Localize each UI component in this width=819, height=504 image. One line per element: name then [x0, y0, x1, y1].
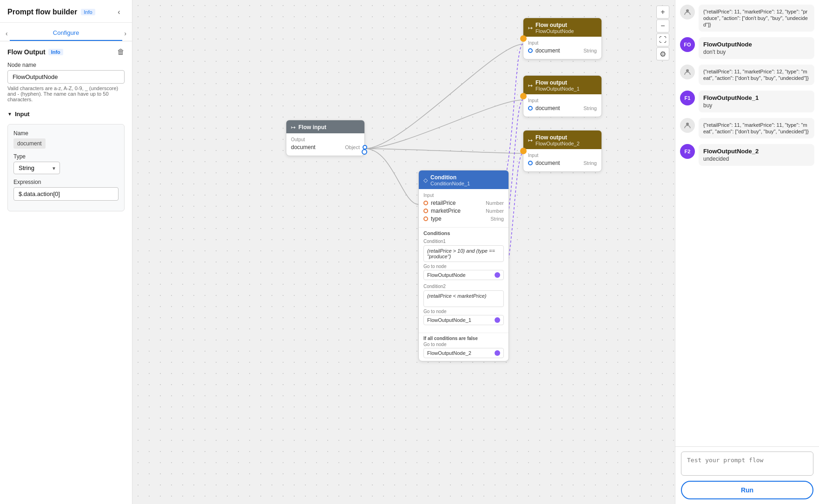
output-dot: [362, 149, 367, 155]
output2-title: Flow output: [535, 79, 580, 86]
result-node-value-3: undecided: [703, 156, 810, 162]
flow-input-body: Output document Object: [286, 133, 364, 156]
tab-next-button[interactable]: ›: [122, 28, 128, 39]
condition-field-2: marketPrice Number: [423, 208, 504, 214]
user-avatar-3: [680, 118, 695, 133]
condition-title: Condition: [430, 174, 470, 181]
output1-field: document String: [528, 47, 597, 54]
panel-header: Prompt flow builder Info ‹: [0, 0, 132, 23]
field3-type: String: [490, 216, 504, 222]
output3-icon: ↦: [528, 137, 533, 144]
result-bubble-3: {"retailPrice": 11, "marketPrice": 12, "…: [699, 65, 814, 85]
arrow-icon: ▼: [7, 111, 12, 117]
condition2-label: Condition2: [423, 284, 504, 289]
output2-left-connector: [520, 93, 527, 99]
field2-type: Number: [486, 208, 504, 214]
flow-input-header: ↦ Flow input: [286, 120, 364, 133]
condition2-goto-label: Go to node: [423, 309, 504, 314]
left-panel: Prompt flow builder Info ‹ ‹ Configure ›…: [0, 0, 132, 504]
user-avatar-2: [680, 65, 695, 79]
input-section-label: Input: [15, 111, 30, 118]
node-name-label: Node name: [7, 62, 125, 68]
input-section: ▼ Input Name document Type String Number…: [7, 108, 125, 211]
result-item-5: {"retailPrice": 11, "marketPrice": 11, "…: [680, 118, 814, 138]
canvas-settings-button[interactable]: ⚙: [656, 47, 669, 60]
expression-label: Expression: [13, 179, 119, 185]
output2-field-dot: [528, 106, 533, 111]
result-node-name-3: FlowOutputNode_2: [703, 148, 810, 155]
header-title: Prompt flow builder Info: [7, 8, 95, 16]
output3-field: document String: [528, 160, 597, 166]
field3-name: type: [431, 216, 442, 222]
delete-button[interactable]: 🗑: [117, 48, 125, 56]
flow-output-node-1[interactable]: ↦ Flow output FlowOutputNode Input docum…: [523, 18, 602, 59]
condition1-expr: (retailPrice > 10) and (type == "produce…: [423, 245, 504, 262]
output1-field-dot: [528, 48, 533, 53]
result-node-name-2: FlowOutputNode_1: [703, 94, 810, 101]
output3-left-connector: [520, 148, 527, 154]
flow-input-icon: ↦: [291, 124, 296, 131]
output2-field-name: document: [535, 105, 560, 111]
field1-dot: [423, 201, 428, 205]
result-bubble-1: {"retailPrice": 11, "marketPrice": 12, "…: [699, 5, 814, 32]
zoom-out-button[interactable]: −: [656, 20, 669, 33]
name-field-label: Name: [13, 130, 119, 137]
output1-field-name: document: [535, 47, 560, 54]
test-input[interactable]: [681, 452, 813, 476]
output1-title: Flow output: [535, 22, 574, 28]
canvas-area[interactable]: + − ⛶ ⚙ ↦ Flow input Output document Obj…: [132, 0, 675, 504]
input-section-toggle[interactable]: ▼ Input: [7, 108, 125, 120]
false-title: If all conditions are false: [423, 336, 504, 341]
tab-prev-button[interactable]: ‹: [4, 28, 10, 39]
node-name-input[interactable]: [7, 70, 125, 84]
output3-title: Flow output: [535, 134, 580, 141]
result-node-value-2: buy: [703, 102, 810, 109]
run-button[interactable]: Run: [681, 481, 813, 499]
output1-nodename: FlowOutputNode: [535, 28, 574, 34]
collapse-button[interactable]: ‹: [113, 7, 125, 18]
fit-view-button[interactable]: ⛶: [656, 33, 669, 46]
type-select[interactable]: String Number Boolean Object Array: [13, 162, 60, 174]
output3-field-dot: [528, 161, 533, 165]
node-avatar-2: F1: [680, 91, 695, 105]
flow-output-node-3[interactable]: ↦ Flow output FlowOutputNode_2 Input doc…: [523, 130, 602, 172]
configure-panel: Flow Output Info 🗑 Node name Valid chara…: [0, 41, 132, 504]
right-panel: {"retailPrice": 11, "marketPrice": 12, "…: [675, 0, 819, 504]
svg-point-2: [686, 123, 689, 125]
result-node-value-1: don't buy: [703, 49, 810, 55]
zoom-in-button[interactable]: +: [656, 6, 669, 19]
flow-output-info[interactable]: Info: [48, 49, 63, 55]
result-text-3: {"retailPrice": 11, "marketPrice": 12, "…: [703, 69, 809, 81]
condition2-goto-value: FlowOutputNode_1: [423, 315, 504, 325]
expression-input[interactable]: [13, 187, 119, 201]
result-item-4: F1 FlowOutputNode_1 buy: [680, 91, 814, 112]
field2-dot: [423, 209, 428, 213]
result-bubble-5: {"retailPrice": 11, "marketPrice": 11, "…: [699, 118, 814, 138]
flow-input-field-type: Object: [345, 144, 360, 150]
result-item-2: FO FlowOutputNode don't buy: [680, 37, 814, 59]
node-avatar-1: FO: [680, 37, 695, 52]
app-info-badge[interactable]: Info: [81, 9, 95, 15]
condition2-expr: (retailPrice < marketPrice): [423, 290, 504, 307]
flow-input-title: Flow input: [298, 124, 326, 131]
tab-configure[interactable]: Configure: [10, 26, 123, 41]
condition1-goto-value: FlowOutputNode: [423, 270, 504, 280]
svg-point-0: [686, 9, 689, 12]
type-select-wrapper: String Number Boolean Object Array ▼: [13, 162, 60, 174]
output2-field: document String: [528, 105, 597, 111]
condition1-label: Condition1: [423, 239, 504, 244]
output2-body: Input document String: [523, 94, 601, 117]
field1-name: retailPrice: [431, 200, 456, 206]
field2-name: marketPrice: [431, 208, 461, 214]
result-item-3: {"retailPrice": 11, "marketPrice": 12, "…: [680, 65, 814, 85]
flow-input-node[interactable]: ↦ Flow input Output document Object: [286, 120, 365, 156]
result-bubble-2: FlowOutputNode don't buy: [699, 37, 814, 59]
flow-output-node-2[interactable]: ↦ Flow output FlowOutputNode_1 Input doc…: [523, 75, 602, 117]
result-bubble-4: FlowOutputNode_1 buy: [699, 91, 814, 112]
app-title: Prompt flow builder: [7, 8, 77, 16]
condition-node[interactable]: ◇ Condition ConditionNode_1 Input retail…: [418, 170, 509, 361]
false-goto-dot: [495, 350, 500, 356]
condition-nodename: ConditionNode_1: [430, 181, 470, 186]
output1-field-type: String: [583, 48, 597, 53]
condition-block-2: Condition2 (retailPrice < marketPrice) G…: [423, 284, 504, 325]
